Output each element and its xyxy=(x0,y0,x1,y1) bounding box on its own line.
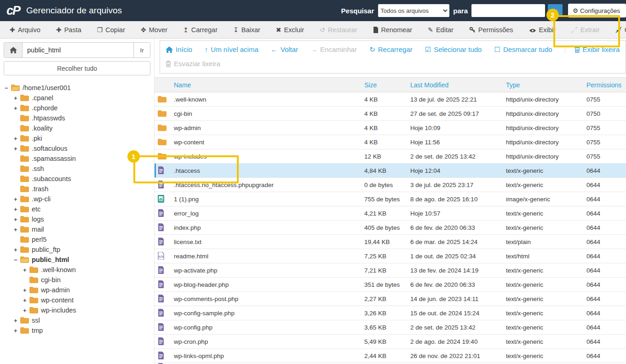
table-row-wp-includes[interactable]: wp-includes12 KB2 de set. de 2025 13:42h… xyxy=(155,149,626,164)
table-row--htaccess[interactable]: .htaccess4,84 KBHoje 12:04text/x-generic… xyxy=(155,164,626,178)
nav-link-um-n-vel-acima[interactable]: ↑Um nível acima xyxy=(205,46,258,53)
toolbar-button-compactar[interactable]: Compactar xyxy=(608,21,626,38)
tree-item-wp-admin[interactable]: +wp-admin xyxy=(4,285,150,295)
column-header-modified[interactable]: Last Modified xyxy=(410,81,506,89)
expand-icon[interactable]: + xyxy=(14,206,20,213)
table-row-wp-admin[interactable]: wp-admin4 KBHoje 10:09httpd/unix-directo… xyxy=(155,121,626,135)
collapse-icon[interactable]: − xyxy=(5,85,11,91)
column-header-name[interactable]: Name xyxy=(174,81,364,89)
expand-icon[interactable]: + xyxy=(23,297,29,304)
expand-icon[interactable]: + xyxy=(23,307,29,314)
tree-item-public-ftp[interactable]: +public_ftp xyxy=(4,245,150,255)
tree-item--softaculous[interactable]: +.softaculous xyxy=(4,143,150,154)
expand-icon[interactable]: + xyxy=(14,145,20,152)
toolbar-button-exibir[interactable]: Exibir xyxy=(521,21,563,38)
table-row--htaccess-no-htaccess-phpupgrader[interactable]: .htaccess.no_htaccess.phpupgrader0 de by… xyxy=(155,178,626,192)
table-row-cgi-bin[interactable]: cgi-bin4 KB27 de set. de 2025 09:17httpd… xyxy=(155,107,626,121)
expand-icon[interactable]: + xyxy=(14,95,20,102)
empty-trash-button[interactable]: Esvaziar lixeira xyxy=(166,60,220,68)
tree-item--spamassassin[interactable]: .spamassassin xyxy=(4,154,150,164)
tree-item--cphorde[interactable]: +.cphorde xyxy=(4,103,150,113)
tree-item-cgi-bin[interactable]: cgi-bin xyxy=(4,275,150,285)
table-row-wp-content[interactable]: wp-content4 KBHoje 11:56httpd/unix-direc… xyxy=(155,135,626,149)
toolbar-button-pasta[interactable]: ✚Pasta xyxy=(48,21,89,38)
expand-icon[interactable]: + xyxy=(14,226,20,233)
toolbar-button-permiss-es[interactable]: Permissões xyxy=(461,21,521,38)
tree-item-label: public_html xyxy=(32,256,69,263)
toolbar-button-baixar[interactable]: ↧Baixar xyxy=(225,21,268,38)
expand-icon[interactable]: + xyxy=(23,287,29,294)
table-row-error-log[interactable]: error_log4,21 KBHoje 10:57text/x-generic… xyxy=(155,206,626,221)
expand-icon[interactable]: + xyxy=(23,267,29,273)
expand-icon[interactable]: + xyxy=(14,105,20,112)
tree-item-etc[interactable]: +etc xyxy=(4,204,150,214)
tree-item--wp-cli[interactable]: +.wp-cli xyxy=(4,194,150,204)
search-input[interactable] xyxy=(471,4,545,17)
tree-item--cpanel[interactable]: +.cpanel xyxy=(4,93,150,103)
path-home-button[interactable] xyxy=(4,43,23,57)
collapse-icon[interactable]: − xyxy=(14,256,20,263)
toolbar-button-copiar[interactable]: ❐Copiar xyxy=(89,21,133,38)
toolbar-button-excluir[interactable]: ✖Excluir xyxy=(268,21,312,38)
column-header-permissions[interactable]: Permissions xyxy=(586,81,626,89)
tree-item-logs[interactable]: +logs xyxy=(4,214,150,224)
expand-icon[interactable]: + xyxy=(14,246,20,253)
expand-icon[interactable]: + xyxy=(14,135,20,142)
tree-item--trash[interactable]: .trash xyxy=(4,184,150,194)
tree-item--htpasswds[interactable]: .htpasswds xyxy=(4,113,150,123)
table-row-1-1-png[interactable]: 1 (1).png755 de bytes8 de ago. de 2025 1… xyxy=(155,192,626,206)
toolbar-button-arquivo[interactable]: ✚Arquivo xyxy=(2,21,48,38)
nav-link-in-cio[interactable]: Início xyxy=(166,46,192,53)
tree-item-wp-includes[interactable]: +wp-includes xyxy=(4,305,150,315)
tree-item-public-html[interactable]: −public_html xyxy=(4,255,150,265)
expand-icon[interactable]: + xyxy=(14,196,20,203)
tree-item--pki[interactable]: +.pki xyxy=(4,133,150,143)
column-header-size[interactable]: Size xyxy=(364,81,410,89)
path-input[interactable] xyxy=(23,43,133,57)
expand-icon[interactable]: + xyxy=(14,327,20,334)
expand-icon[interactable]: + xyxy=(14,216,20,223)
toolbar-button-extrair[interactable]: Extrair xyxy=(563,21,608,38)
settings-button[interactable]: ⚙Configurações xyxy=(568,4,626,17)
nav-link-recarregar[interactable]: ↻Recarregar xyxy=(369,46,413,53)
table-row-wp-config-sample-php[interactable]: wp-config-sample.php3,26 KB15 de out. de… xyxy=(155,306,626,320)
nav-link-voltar[interactable]: ←Voltar xyxy=(271,46,298,53)
nav-link-exibir-lixeira[interactable]: Exibir lixeira xyxy=(565,46,620,53)
expand-icon[interactable]: + xyxy=(14,317,20,324)
cell-size: 4,84 KB xyxy=(364,167,410,174)
tree-item--ssh[interactable]: .ssh xyxy=(4,164,150,174)
toolbar-button-carregar[interactable]: ↥Carregar xyxy=(175,21,225,38)
table-row-index-php[interactable]: index.php405 de bytes6 de fev. de 2020 0… xyxy=(155,221,626,235)
nav-link-desmarcar-tudo[interactable]: ☐Desmarcar tudo xyxy=(494,46,552,53)
tree-item-tmp[interactable]: +tmp xyxy=(4,325,150,336)
table-row-readme-html[interactable]: readme.html7,25 KB1 de out. de 2025 02:3… xyxy=(155,249,626,263)
toolbar-button-mover[interactable]: ✥Mover xyxy=(133,21,175,38)
tree-item--home1-user001[interactable]: −/home1/user001 xyxy=(4,83,150,93)
tree-item-wp-content[interactable]: +wp-content xyxy=(4,295,150,305)
collapse-all-button[interactable]: Recolher tudo xyxy=(4,61,150,75)
table-row--well-known[interactable]: .well-known4 KB13 de jul. de 2025 22:21h… xyxy=(155,92,626,107)
toolbar-button-renomear[interactable]: Renomear xyxy=(365,21,420,38)
tree-item-perl5[interactable]: perl5 xyxy=(4,234,150,245)
table-row-wp-activate-php[interactable]: wp-activate.php7,21 KB13 de fev. de 2024… xyxy=(155,263,626,278)
toolbar-button-editar[interactable]: ✎Editar xyxy=(420,21,461,38)
tree-item--subaccounts[interactable]: .subaccounts xyxy=(4,174,150,184)
table-row-license-txt[interactable]: license.txt19,44 KB6 de mar. de 2025 14:… xyxy=(155,235,626,249)
column-header-type[interactable]: Type xyxy=(506,81,586,89)
table-row-wp-links-opml-php[interactable]: wp-links-opml.php2,44 KB26 de nov. de 20… xyxy=(155,349,626,363)
tree-item-mail[interactable]: +mail xyxy=(4,224,150,234)
table-row-wp-cron-php[interactable]: wp-cron.php5,49 KB2 de ago. de 2024 19:4… xyxy=(155,335,626,349)
table-row-wp-config-php[interactable]: wp-config.php3,65 KB2 de set. de 2025 13… xyxy=(155,320,626,335)
tree-item-ssl[interactable]: +ssl xyxy=(4,315,150,325)
text-file-icon xyxy=(158,352,164,360)
search-go-button[interactable]: Ir xyxy=(548,4,563,17)
path-go-button[interactable]: Ir xyxy=(133,43,150,57)
nav-link-selecionar-tudo[interactable]: ☑Selecionar tudo xyxy=(425,46,482,53)
tree-item--well-known[interactable]: +.well-known xyxy=(4,265,150,275)
tree-item--koality[interactable]: .koality xyxy=(4,123,150,133)
nav-link-encaminhar[interactable]: →Encaminhar xyxy=(310,46,357,53)
toolbar-button-restaurar[interactable]: ↺Restaurar xyxy=(312,21,365,38)
search-scope-select[interactable]: Todos os arquivos xyxy=(378,4,449,17)
table-row-wp-blog-header-php[interactable]: wp-blog-header.php351 de bytes6 de fev. … xyxy=(155,278,626,292)
table-row-wp-comments-post-php[interactable]: wp-comments-post.php2,27 KB14 de jun. de… xyxy=(155,292,626,306)
